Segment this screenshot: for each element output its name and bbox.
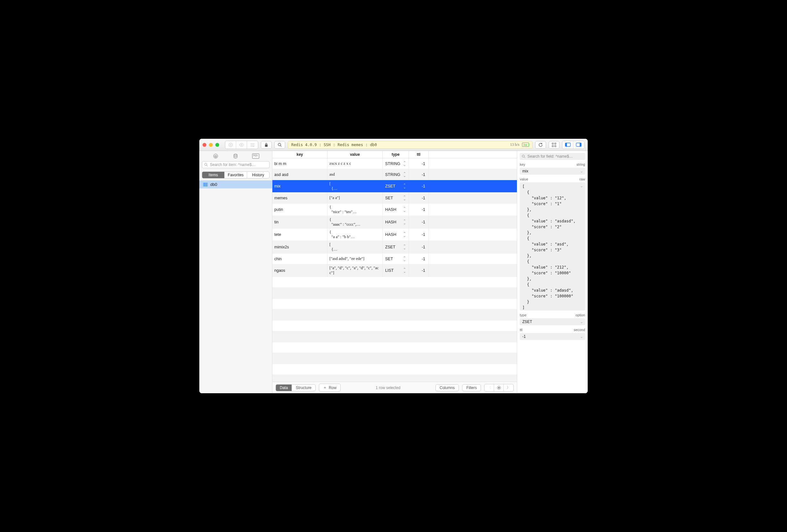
stepper-icon[interactable]: ⌃⌄: [403, 245, 406, 249]
cell-type[interactable]: HASH⌃⌄: [383, 229, 409, 241]
cell-spacer: [429, 180, 517, 192]
inspector-value-field[interactable]: [ { "value" : "12", "score" : "1" }, { "…: [520, 182, 585, 311]
stepper-icon[interactable]: ⌃⌄: [403, 220, 406, 224]
cell-spacer: [429, 169, 517, 180]
sql-icon[interactable]: SQL: [251, 153, 260, 158]
cell-ttl: -1: [409, 254, 429, 264]
cell-ttl: -1: [409, 241, 429, 253]
lbl-value-fmt: raw: [579, 177, 585, 181]
cell-ttl: -1: [409, 193, 429, 203]
refresh-button[interactable]: [535, 141, 546, 149]
cell-value: { "nice" : "teo"…: [327, 204, 383, 216]
close-window-button[interactable]: [203, 143, 206, 147]
plug-icon[interactable]: [211, 153, 220, 158]
chevron-down-icon: ⌵: [581, 170, 582, 173]
table-row[interactable]: mimix2s[ {…ZSET⌃⌄-1: [272, 241, 517, 254]
col-header-value[interactable]: value: [327, 151, 383, 158]
inspector-type-field[interactable]: ZSET ⌵: [520, 318, 585, 325]
add-row-button[interactable]: ＋ Row: [319, 384, 341, 391]
cell-value: ["a", "d", "c", "a", "d", "c", "ac c"]: [327, 264, 383, 277]
toolbar-search-button[interactable]: [274, 141, 285, 149]
inspector-ttl-field[interactable]: -1 ⌵: [520, 333, 585, 340]
cell-key: bi m m: [272, 158, 327, 169]
sidebar-search-input[interactable]: Search for item: ^name$…: [202, 161, 270, 168]
table-row[interactable]: putin{ "nice" : "teo"…HASH⌃⌄-1: [272, 204, 517, 216]
table-row[interactable]: memes["a a"]SET⌃⌄-1: [272, 193, 517, 204]
cell-type[interactable]: ZSET⌃⌄: [383, 241, 409, 253]
table-row[interactable]: asd asdasdSTRING⌃⌄-1: [272, 169, 517, 180]
zoom-window-button[interactable]: [215, 143, 219, 147]
col-header-key[interactable]: key: [272, 151, 327, 158]
breadcrumb-text: Redis 4.0.9 : SSH : Redis memes : db0: [291, 143, 377, 147]
cell-spacer: [429, 193, 517, 203]
cell-type[interactable]: STRING⌃⌄: [383, 158, 409, 169]
page-next-button[interactable]: 〉: [504, 384, 513, 391]
svg-rect-11: [580, 143, 581, 146]
cell-ttl: -1: [409, 216, 429, 228]
table-row[interactable]: tin{ "aaac" : "cccc",…HASH⌃⌄-1: [272, 216, 517, 229]
minimize-window-button[interactable]: [209, 143, 213, 147]
inspector-search-placeholder: Search for field: ^name$…: [528, 154, 573, 158]
inspector-search-input[interactable]: Search for field: ^name$…: [520, 153, 585, 160]
lock-button[interactable]: [261, 141, 272, 149]
chevron-down-icon: ⌵: [581, 320, 582, 324]
cell-type[interactable]: ZSET⌃⌄: [383, 180, 409, 192]
cell-key: tin: [272, 216, 327, 228]
table-body: bi m mzxcx z c z x cSTRING⌃⌄-1asd asdasd…: [272, 158, 517, 382]
cell-type[interactable]: SET⌃⌄: [383, 193, 409, 203]
connection-breadcrumb[interactable]: Redis 4.0.9 : SSH : Redis memes : db0 13…: [288, 141, 533, 149]
table-row[interactable]: bi m mzxcx z c z x cSTRING⌃⌄-1: [272, 158, 517, 169]
toolbar-group-history: [225, 141, 258, 149]
cell-ttl: -1: [409, 158, 429, 169]
chevron-down-icon: ⌵: [581, 184, 582, 188]
close-tab-button[interactable]: [225, 141, 236, 149]
table-row-empty: [272, 288, 517, 299]
stepper-icon[interactable]: ⌃⌄: [403, 257, 406, 261]
preview-button[interactable]: [236, 141, 247, 149]
panel-toggle-group: [562, 141, 584, 149]
inspector-key-field[interactable]: mix ⌵: [520, 168, 585, 175]
columns-button[interactable]: Columns: [435, 384, 459, 391]
cell-type[interactable]: HASH⌃⌄: [383, 204, 409, 216]
col-header-type[interactable]: type: [383, 151, 409, 158]
cell-ttl: -1: [409, 180, 429, 192]
database-icon[interactable]: [231, 153, 240, 158]
stepper-icon[interactable]: ⌃⌄: [403, 232, 406, 237]
cell-ttl: -1: [409, 229, 429, 241]
page-settings-button[interactable]: [494, 384, 504, 391]
table-row[interactable]: mix[ {…ZSET⌃⌄-1: [272, 180, 517, 193]
right-panel-toggle[interactable]: [573, 141, 584, 149]
tab-history[interactable]: History: [247, 172, 269, 178]
left-panel-toggle[interactable]: [562, 141, 573, 149]
stepper-icon[interactable]: ⌃⌄: [403, 184, 406, 188]
list-button[interactable]: [247, 141, 258, 149]
table-row[interactable]: chin["asd adsd", "ee ede"]SET⌃⌄-1: [272, 254, 517, 264]
cell-type[interactable]: SET⌃⌄: [383, 254, 409, 264]
filters-button[interactable]: Filters: [462, 384, 481, 391]
inspector-key-value: mix: [522, 169, 528, 173]
stepper-icon[interactable]: ⌃⌄: [403, 268, 406, 273]
sidebar-search-placeholder: Search for item: ^name$…: [210, 163, 255, 167]
stepper-icon[interactable]: ⌃⌄: [403, 162, 406, 166]
page-prev-button[interactable]: 〈: [485, 384, 494, 391]
cell-spacer: [429, 158, 517, 169]
main-panel: key value type ttl bi m mzxcx z c z x cS…: [272, 151, 517, 393]
seg-data[interactable]: Data: [276, 385, 292, 391]
cell-type[interactable]: STRING⌃⌄: [383, 169, 409, 180]
table-row[interactable]: tete{ "a a" : "b b"…HASH⌃⌄-1: [272, 229, 517, 241]
cell-type[interactable]: LIST⌃⌄: [383, 264, 409, 277]
tab-favorites[interactable]: Favorites: [225, 172, 247, 178]
cell-type[interactable]: HASH⌃⌄: [383, 216, 409, 228]
table-icon: [203, 183, 208, 187]
sidebar-item-db0[interactable]: db0: [199, 180, 272, 188]
stepper-icon[interactable]: ⌃⌄: [403, 172, 406, 177]
stepper-icon[interactable]: ⌃⌄: [403, 207, 406, 212]
col-header-ttl[interactable]: ttl: [409, 151, 429, 158]
table-row[interactable]: ngaos["a", "d", "c", "a", "d", "c", "ac …: [272, 264, 517, 277]
svg-point-14: [205, 164, 207, 166]
seg-structure[interactable]: Structure: [292, 385, 315, 391]
table-row-empty: [272, 342, 517, 353]
stepper-icon[interactable]: ⌃⌄: [403, 196, 406, 200]
tab-items[interactable]: Items: [202, 172, 225, 178]
grid-view-button[interactable]: [549, 141, 559, 149]
